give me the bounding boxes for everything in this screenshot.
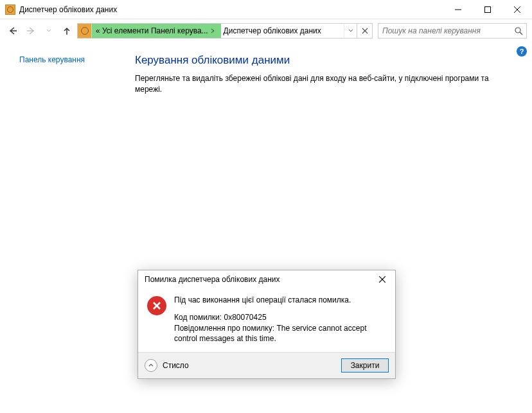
window-controls [443, 0, 532, 19]
arrow-up-icon [62, 26, 71, 35]
minimize-icon [455, 6, 461, 13]
search-input[interactable] [378, 26, 511, 35]
close-icon [514, 6, 520, 13]
maximize-icon [484, 6, 491, 13]
up-button[interactable] [59, 23, 75, 39]
recent-dropdown[interactable] [41, 23, 57, 39]
svg-line-10 [520, 32, 522, 35]
close-icon [379, 276, 386, 283]
dialog-footer: Стисло Закрити [138, 353, 395, 378]
breadcrumb-segment-parent[interactable]: « Усі елементи Панелі керува... [92, 24, 221, 38]
error-message: Під час виконання цієї операції сталася … [174, 295, 386, 306]
chevron-down-icon [348, 28, 353, 33]
refresh-button[interactable] [357, 24, 372, 38]
back-button[interactable] [5, 23, 21, 39]
details-toggle-label[interactable]: Стисло [163, 361, 336, 370]
breadcrumb-current-label[interactable]: Диспетчер облікових даних [221, 26, 344, 35]
page-description: Перегляньте та видаліть збережені обліко… [135, 73, 493, 95]
forward-button[interactable] [23, 23, 39, 39]
address-history-dropdown[interactable] [344, 24, 357, 38]
error-detail: Повідомлення про помилку: The service ca… [174, 323, 386, 345]
x-icon [361, 27, 369, 35]
dialog-close-button[interactable] [373, 272, 391, 286]
dialog-titlebar: Помилка диспетчера облікових даних [138, 270, 395, 288]
help-icon[interactable]: ? [517, 46, 527, 57]
dialog-title: Помилка диспетчера облікових даних [145, 275, 373, 284]
sidebar: Панель керування [19, 49, 135, 95]
breadcrumb-parent-label: Усі елементи Панелі керува... [102, 26, 208, 35]
search-icon [515, 27, 523, 35]
chevron-up-icon [148, 363, 154, 368]
dialog-body: Під час виконання цієї операції сталася … [138, 288, 395, 353]
main-panel: Керування обліковими даними Перегляньте … [135, 49, 519, 95]
details-toggle-button[interactable] [145, 359, 157, 372]
location-icon [78, 24, 92, 38]
error-code: Код помилки: 0x80070425 [174, 312, 386, 323]
dialog-close-action-button[interactable]: Закрити [341, 358, 389, 373]
search-box[interactable] [378, 23, 527, 39]
search-button[interactable] [511, 27, 526, 35]
maximize-button[interactable] [473, 0, 502, 19]
arrow-right-icon [26, 26, 35, 35]
content-area: ? Панель керування Керування обліковими … [0, 42, 532, 95]
chevron-down-icon [46, 28, 51, 33]
address-bar[interactable]: « Усі елементи Панелі керува... Диспетче… [77, 23, 373, 39]
sidebar-link-control-panel[interactable]: Панель керування [19, 55, 85, 64]
minimize-button[interactable] [443, 0, 473, 19]
breadcrumb-prefix: « [96, 26, 100, 35]
dialog-text: Під час виконання цієї операції сталася … [174, 295, 386, 344]
window-title: Диспетчер облікових даних [19, 5, 117, 14]
app-icon [5, 4, 15, 15]
error-icon [147, 296, 166, 315]
arrow-left-icon [8, 26, 17, 35]
window-titlebar: Диспетчер облікових даних [0, 0, 532, 19]
chevron-right-icon [208, 28, 217, 33]
error-dialog: Помилка диспетчера облікових даних Під ч… [137, 270, 396, 379]
close-button[interactable] [502, 0, 532, 19]
navigation-bar: « Усі елементи Панелі керува... Диспетче… [0, 19, 532, 42]
page-heading: Керування обліковими даними [135, 54, 493, 67]
svg-point-9 [515, 28, 520, 33]
svg-rect-1 [485, 6, 491, 12]
